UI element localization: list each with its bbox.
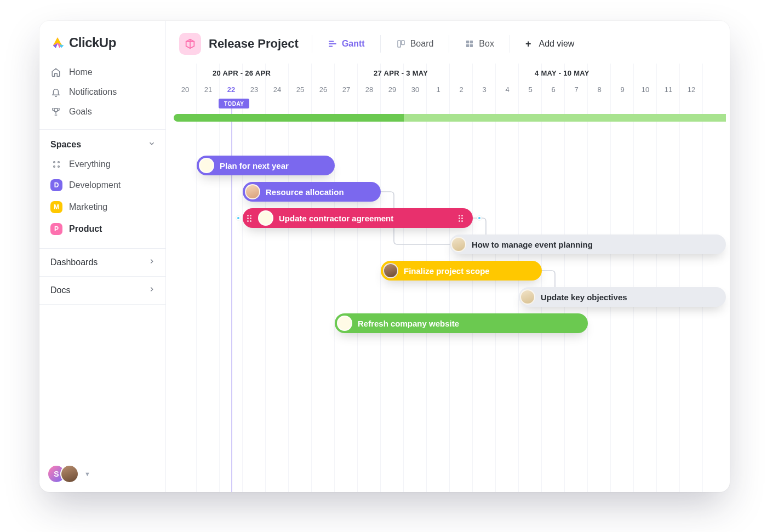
home-icon <box>50 67 61 77</box>
primary-nav: Home Notifications Goals <box>39 62 165 129</box>
add-view-label: Add view <box>539 39 574 49</box>
brand-logo[interactable]: ClickUp <box>39 21 165 62</box>
assignee-avatar <box>451 237 466 252</box>
svg-rect-6 <box>466 41 469 43</box>
task-label: Finalize project scope <box>404 266 490 276</box>
spaces-header[interactable]: Spaces <box>39 130 165 155</box>
drag-handle-icon[interactable] <box>459 215 464 222</box>
assignee-avatar <box>337 316 352 331</box>
nav-label: Goals <box>69 107 92 117</box>
gantt-task[interactable]: Refresh company website <box>335 313 588 333</box>
space-everything[interactable]: Everything <box>47 155 158 174</box>
trophy-icon <box>50 107 61 117</box>
topbar: Release Project Gantt Board Box + Add vi… <box>166 21 730 64</box>
project-icon <box>179 33 201 55</box>
space-marketing[interactable]: M Marketing <box>47 197 158 218</box>
assignee-avatar <box>520 289 535 305</box>
view-gantt[interactable]: Gantt <box>320 36 373 52</box>
nav-notifications[interactable]: Notifications <box>47 82 158 102</box>
assignee-avatar <box>199 158 214 173</box>
nav-dashboards[interactable]: Dashboards <box>39 248 165 276</box>
gantt-task[interactable]: Plan for next year <box>197 156 335 175</box>
dependency-handle[interactable] <box>477 216 482 220</box>
space-label: Everything <box>69 159 111 169</box>
bell-icon <box>50 87 61 97</box>
space-product[interactable]: P Product <box>47 219 158 239</box>
nav-docs[interactable]: Docs <box>39 276 165 305</box>
space-badge: D <box>50 179 62 191</box>
space-development[interactable]: D Development <box>47 175 158 196</box>
space-label: Development <box>69 180 121 190</box>
docs-label: Docs <box>50 285 70 295</box>
view-box[interactable]: Box <box>457 36 502 52</box>
view-label: Box <box>479 39 494 49</box>
spaces-title: Spaces <box>50 140 81 150</box>
svg-rect-7 <box>470 41 473 43</box>
sidebar: ClickUp Home Notifications Goals Spaces <box>39 21 166 492</box>
dependency-handle[interactable] <box>236 216 241 220</box>
main: Release Project Gantt Board Box + Add vi… <box>166 21 730 492</box>
task-label: Update contractor agreement <box>279 214 393 223</box>
workspace-users[interactable]: S ▼ <box>47 465 90 483</box>
gantt-task[interactable]: Update contractor agreement <box>243 208 473 228</box>
assignee-avatar <box>258 210 273 226</box>
space-badge: P <box>50 223 62 235</box>
gantt-task[interactable]: How to manage event planning <box>450 234 726 254</box>
chevron-right-icon <box>148 285 156 295</box>
avatar <box>60 465 79 483</box>
drag-handle-icon[interactable] <box>247 215 253 222</box>
svg-rect-5 <box>401 41 404 45</box>
chevron-down-icon <box>148 140 156 150</box>
svg-rect-9 <box>470 44 473 47</box>
svg-point-0 <box>54 162 55 163</box>
caret-down-icon: ▼ <box>84 471 90 477</box>
project-title: Release Project <box>209 37 299 51</box>
gantt-chart[interactable]: 20 APR - 26 APR27 APR - 3 MAY4 MAY - 10 … <box>166 64 730 492</box>
add-view-button[interactable]: + Add view <box>518 36 582 52</box>
gantt-task[interactable]: Resource allocation <box>243 182 381 202</box>
task-label: Refresh company website <box>358 319 459 328</box>
chevron-right-icon <box>148 258 156 267</box>
gantt-icon <box>328 39 337 49</box>
assignee-avatar <box>245 184 260 199</box>
svg-point-2 <box>54 166 55 168</box>
space-badge: M <box>50 201 62 213</box>
svg-rect-4 <box>398 41 400 47</box>
svg-point-3 <box>58 166 60 168</box>
view-label: Gantt <box>342 39 365 49</box>
svg-point-1 <box>58 162 60 163</box>
space-label: Marketing <box>69 202 107 212</box>
clickup-logo-icon <box>50 36 65 50</box>
nav-label: Notifications <box>69 87 117 97</box>
brand-name: ClickUp <box>69 35 116 50</box>
grid-icon <box>50 160 62 169</box>
divider <box>312 35 312 53</box>
divider <box>510 35 510 53</box>
nav-goals[interactable]: Goals <box>47 102 158 122</box>
app-window: ClickUp Home Notifications Goals Spaces <box>39 21 730 492</box>
gantt-task[interactable]: Finalize project scope <box>381 261 542 281</box>
board-icon <box>396 39 406 49</box>
box-icon <box>465 39 474 49</box>
view-label: Board <box>410 39 434 49</box>
task-label: Plan for next year <box>220 161 289 170</box>
divider <box>380 35 381 53</box>
spaces-list: Everything D Development M Marketing P P… <box>39 155 165 248</box>
svg-rect-8 <box>466 44 469 47</box>
task-label: How to manage event planning <box>472 240 593 249</box>
dashboards-label: Dashboards <box>50 258 98 267</box>
task-label: Update key objectives <box>541 293 627 302</box>
gantt-task[interactable]: Update key objectives <box>519 287 726 307</box>
nav-home[interactable]: Home <box>47 62 158 82</box>
nav-label: Home <box>69 67 93 77</box>
view-board[interactable]: Board <box>388 36 442 52</box>
avatar-stack: S <box>47 465 79 483</box>
task-label: Resource allocation <box>266 187 344 197</box>
assignee-avatar <box>383 263 398 278</box>
space-label: Product <box>69 224 102 234</box>
divider <box>449 35 449 53</box>
